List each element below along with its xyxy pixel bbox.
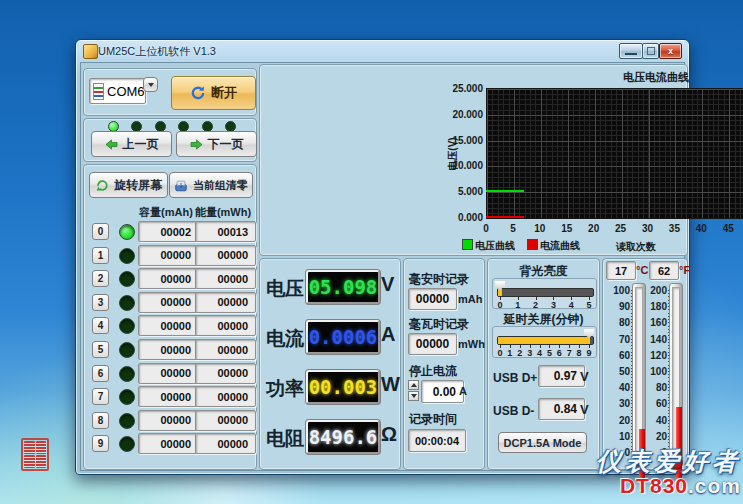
window-title: UM25C上位机软件 V1.3 — [98, 44, 216, 59]
usb-dm-field: 0.84 — [538, 398, 585, 420]
x-tick-0: 0 — [474, 223, 498, 234]
watermark-url: DT830.com — [596, 475, 741, 496]
chevron-down-icon — [148, 83, 154, 87]
group-button-1[interactable]: 1 — [92, 247, 109, 264]
backlight-slider[interactable]: 012345 — [492, 278, 597, 309]
voltage-unit: V — [381, 273, 394, 296]
seal-watermark — [21, 438, 49, 471]
power-unit: W — [381, 373, 400, 396]
group-button-8[interactable]: 8 — [92, 412, 109, 429]
group-button-7[interactable]: 7 — [92, 388, 109, 405]
voltage-series-line — [486, 190, 524, 192]
energy-field-6: 00000 — [195, 363, 256, 384]
mah-record-label: 毫安时记录 — [409, 271, 469, 288]
capacity-field-7: 00000 — [138, 386, 199, 407]
fahrenheit-scale-3: 140 — [643, 334, 667, 345]
celsius-scale-3: 70 — [606, 334, 630, 345]
group-led-1 — [119, 248, 135, 264]
stop-current-up-button[interactable] — [408, 380, 419, 390]
capacity-field-1: 00000 — [138, 245, 199, 266]
current-legend-label: 电流曲线 — [540, 239, 580, 253]
disconnect-button[interactable]: 断开 — [171, 76, 256, 110]
rotate-screen-button[interactable]: 旋转屏幕 — [89, 172, 168, 198]
group-button-9[interactable]: 9 — [92, 435, 109, 452]
close-button[interactable]: x — [659, 43, 682, 59]
refresh-icon — [190, 85, 206, 101]
com-port-select[interactable]: COM6 — [89, 78, 146, 104]
seal-glyph — [36, 441, 47, 454]
record-time-field: 00:00:04 — [408, 429, 466, 452]
charge-mode-button[interactable]: DCP1.5A Mode — [498, 432, 587, 453]
capacity-field-6: 00000 — [138, 363, 199, 384]
stop-current-unit: A — [459, 385, 467, 397]
seal-glyph — [24, 455, 35, 468]
maximize-icon — [647, 47, 655, 55]
slider-tick-label-3: 3 — [525, 348, 535, 358]
screen-off-groove[interactable] — [497, 336, 594, 345]
client-area: COM6 断开 上一页 下一页 — [80, 62, 685, 471]
celsius-field: 17 — [606, 261, 636, 280]
group-button-6[interactable]: 6 — [92, 365, 109, 382]
x-tick-2: 10 — [528, 223, 552, 234]
slider-tick-label-5: 5 — [544, 348, 554, 358]
capacity-field-8: 00000 — [138, 410, 199, 431]
prev-page-button[interactable]: 上一页 — [91, 131, 172, 157]
clear-group-button[interactable]: 当前组清零 — [169, 172, 253, 198]
clear-icon — [174, 179, 188, 192]
usb-dp-label: USB D+ — [493, 371, 537, 385]
group-button-4[interactable]: 4 — [92, 317, 109, 334]
fahrenheit-scale-6: 80 — [643, 382, 667, 393]
next-page-button[interactable]: 下一页 — [176, 131, 257, 157]
group-button-3[interactable]: 3 — [92, 294, 109, 311]
minimize-icon — [625, 53, 637, 55]
energy-header: 能量(mWh) — [187, 205, 259, 220]
pager-panel: 上一页 下一页 — [83, 118, 257, 162]
fahrenheit-field: 62 — [649, 261, 679, 280]
chart-plot-area — [486, 88, 743, 219]
groups-panel: 旋转屏幕 当前组清零 容量(mAh) 能量(mWh) 0000020001310… — [83, 164, 257, 470]
fahrenheit-tube — [669, 283, 683, 461]
current-label: 电流 — [266, 326, 304, 352]
stop-current-input[interactable]: 0.00 — [421, 380, 464, 403]
y-left-tick-1: 20.000 — [438, 109, 483, 120]
site-watermark: 仪表爱好者 DT830.com — [596, 449, 741, 496]
celsius-scale-5: 50 — [606, 366, 630, 377]
seal-glyph — [36, 455, 47, 468]
energy-field-0: 00013 — [195, 221, 256, 242]
slider-tick-label-9: 9 — [584, 348, 594, 358]
y-left-tick-2: 15.000 — [438, 135, 483, 146]
capacity-field-4: 00000 — [138, 315, 199, 336]
com-dropdown-button[interactable] — [143, 77, 158, 92]
maximize-button[interactable] — [642, 43, 659, 59]
temperature-panel: 17 °C 62 °F 1009080706050403020100 20018… — [602, 258, 688, 470]
energy-field-4: 00000 — [195, 315, 256, 336]
screen-off-slider[interactable]: 0123456789 — [492, 326, 597, 358]
group-led-6 — [119, 366, 135, 382]
group-button-5[interactable]: 5 — [92, 341, 109, 358]
celsius-unit: °C — [636, 264, 648, 276]
celsius-scale-8: 20 — [606, 415, 630, 426]
stop-current-down-button[interactable] — [408, 391, 419, 401]
settings-panel: 背光亮度 012345 延时关屏(分钟) 0123456789 USB D+ 0… — [487, 258, 600, 470]
title-bar[interactable]: UM25C上位机软件 V1.3 x — [76, 40, 689, 62]
backlight-groove[interactable] — [497, 288, 594, 297]
group-button-2[interactable]: 2 — [92, 270, 109, 287]
celsius-tube-track — [635, 287, 643, 457]
group-button-0[interactable]: 0 — [92, 223, 109, 240]
x-tick-9: 45 — [716, 223, 740, 234]
mwh-unit: mWh — [458, 338, 485, 350]
disconnect-label: 断开 — [211, 84, 237, 102]
clear-group-label: 当前组清零 — [193, 178, 248, 193]
celsius-scale-4: 60 — [606, 350, 630, 361]
fahrenheit-scale-1: 180 — [643, 301, 667, 312]
group-led-4 — [119, 318, 135, 334]
x-tick-5: 25 — [609, 223, 633, 234]
slider-tick-label-2: 2 — [531, 300, 541, 310]
minimize-button[interactable] — [619, 43, 643, 59]
fahrenheit-scale-2: 160 — [643, 317, 667, 328]
mah-unit: mAh — [458, 293, 482, 305]
y-left-tick-5: 0.000 — [438, 212, 483, 223]
chart-title: 电压电流曲线 — [556, 70, 743, 85]
x-tick-4: 20 — [582, 223, 606, 234]
fahrenheit-scale-5: 100 — [643, 366, 667, 377]
